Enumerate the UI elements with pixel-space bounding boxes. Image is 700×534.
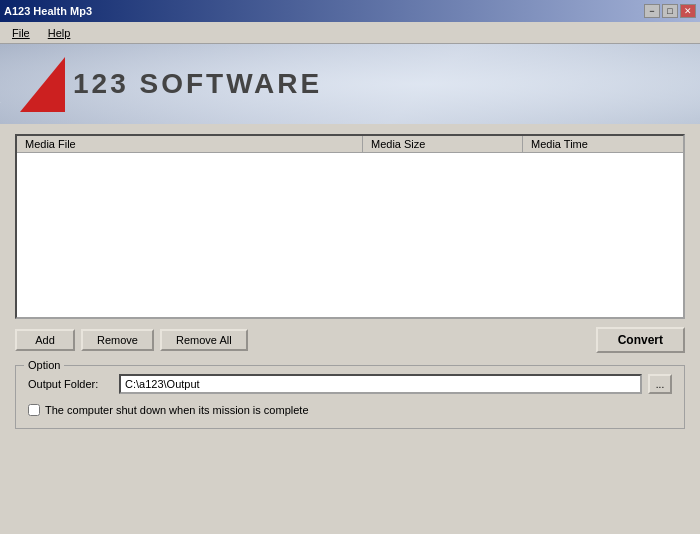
column-media-size: Media Size: [363, 136, 523, 152]
menu-file[interactable]: File: [4, 25, 38, 41]
option-group-label: Option: [24, 359, 64, 371]
output-folder-row: Output Folder: ...: [28, 374, 672, 394]
browse-button[interactable]: ...: [648, 374, 672, 394]
banner-logo: A 123 SOFTWARE: [20, 57, 322, 112]
close-button[interactable]: ✕: [680, 4, 696, 18]
file-list-body: [17, 153, 683, 310]
minimize-button[interactable]: −: [644, 4, 660, 18]
remove-all-button[interactable]: Remove All: [160, 329, 248, 351]
column-media-time: Media Time: [523, 136, 683, 152]
file-list-container[interactable]: Media File Media Size Media Time: [15, 134, 685, 319]
convert-button[interactable]: Convert: [596, 327, 685, 353]
maximize-button[interactable]: □: [662, 4, 678, 18]
buttons-row: Add Remove Remove All Convert: [15, 319, 685, 361]
column-media-file: Media File: [17, 136, 363, 152]
output-folder-label: Output Folder:: [28, 378, 113, 390]
shutdown-checkbox[interactable]: [28, 404, 40, 416]
shutdown-checkbox-row: The computer shut down when its mission …: [28, 404, 672, 416]
window-controls: − □ ✕: [644, 4, 696, 18]
option-group: Option Output Folder: ... The computer s…: [15, 365, 685, 429]
logo-triangle: [20, 57, 65, 112]
title-bar: A123 Health Mp3 − □ ✕: [0, 0, 700, 22]
output-folder-input[interactable]: [119, 374, 642, 394]
menu-bar: File Help: [0, 22, 700, 44]
banner: A 123 SOFTWARE: [0, 44, 700, 124]
menu-help[interactable]: Help: [40, 25, 79, 41]
logo-letter: A: [0, 78, 2, 110]
company-name: 123 SOFTWARE: [73, 68, 322, 100]
window-title: A123 Health Mp3: [4, 5, 92, 17]
remove-button[interactable]: Remove: [81, 329, 154, 351]
add-button[interactable]: Add: [15, 329, 75, 351]
shutdown-label[interactable]: The computer shut down when its mission …: [45, 404, 309, 416]
main-content: Media File Media Size Media Time Add Rem…: [0, 124, 700, 439]
file-list-header: Media File Media Size Media Time: [17, 136, 683, 153]
